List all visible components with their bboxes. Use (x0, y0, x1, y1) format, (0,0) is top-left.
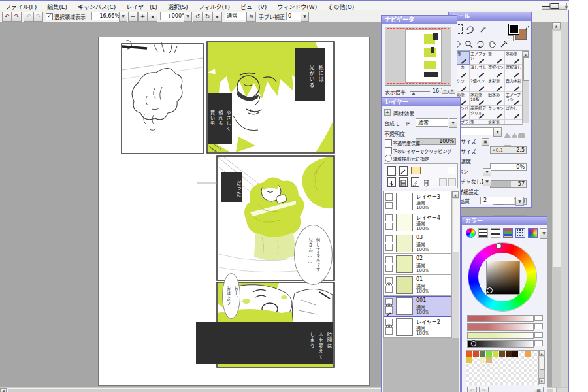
tool-watercolor-4[interactable]: 水彩筆 (487, 120, 505, 125)
texture-dropdown[interactable]: ▼ (483, 178, 491, 186)
visibility-toggle[interactable] (385, 256, 393, 263)
layer-row-02[interactable]: 02 通常 100% (384, 254, 451, 275)
menu-edit[interactable]: 編集(E) (42, 1, 73, 11)
quality-field[interactable]: 2 (480, 197, 514, 204)
sv-cursor[interactable] (487, 287, 493, 293)
layer-option-toggle[interactable] (385, 244, 393, 251)
layer-option-toggle[interactable] (385, 327, 393, 335)
swatch[interactable] (493, 351, 498, 357)
tool-brush[interactable]: 筆 (487, 51, 505, 65)
tool-select-eraser[interactable]: 選択消し (505, 65, 523, 78)
swatch-scroll-down[interactable]: ▼ (539, 378, 544, 384)
zoom-tool-icon[interactable] (465, 39, 473, 47)
clipping-checkbox[interactable] (385, 147, 392, 154)
scratchpad-clear-button[interactable]: ▩ (534, 387, 544, 392)
close-button[interactable]: × (559, 3, 567, 10)
new-folder-icon[interactable] (411, 167, 421, 174)
layer-thumbnail[interactable] (396, 255, 413, 273)
paste-layer-icon-disabled[interactable] (448, 178, 456, 186)
swatches-tab-icon[interactable] (515, 228, 525, 238)
zoom-reset-button[interactable]: ▪ (148, 12, 157, 22)
brush-shape-dropdown[interactable]: ▼ (493, 127, 502, 137)
rotate-reset-button[interactable]: ▪ (212, 12, 222, 22)
lock-opacity-checkbox[interactable] (385, 139, 392, 146)
layer-option-toggle[interactable] (385, 202, 393, 209)
layer-option-toggle[interactable] (385, 223, 393, 230)
brush-size-slider[interactable]: ×0.1 2.5 (490, 146, 527, 154)
tool-blur[interactable]: ぼかし (505, 106, 523, 120)
menu-filter[interactable]: フィルタ(T) (193, 1, 235, 11)
layer-row-layer2[interactable]: レイヤー2 通常 100% (384, 317, 451, 338)
swatch-scroll-thumb[interactable] (540, 357, 545, 370)
zoom-out-button[interactable]: − (128, 12, 138, 22)
brush-edge-dropdown[interactable]: ▼ (483, 168, 491, 176)
layer-thumbnail[interactable] (396, 214, 413, 231)
menu-others[interactable]: その他(O) (322, 1, 359, 11)
color-wheel-tab-icon[interactable] (466, 228, 476, 238)
navigator-thumbnail[interactable] (385, 27, 451, 86)
swatch[interactable] (519, 351, 525, 357)
layer-row-03[interactable]: 03 通常 100% (384, 233, 451, 254)
tool-grid-scrollbar[interactable]: ▲ (522, 50, 529, 123)
swatch[interactable] (506, 351, 512, 357)
layer-option-toggle[interactable] (385, 306, 393, 314)
layer-scroll-up[interactable]: ▲ (452, 191, 459, 198)
color-slider-4[interactable] (467, 340, 534, 348)
menu-select[interactable]: 選択(S) (163, 1, 193, 11)
swatch[interactable] (519, 357, 525, 363)
swatch[interactable] (473, 364, 479, 370)
undo-button[interactable]: ↶ (2, 12, 12, 22)
menu-layer[interactable]: レイヤー(L) (121, 1, 163, 11)
menu-window[interactable]: ウィンドウ(W) (272, 1, 322, 11)
menu-view[interactable]: ビュー(V) (235, 1, 272, 11)
tool-crayon[interactable]: クレヨン (487, 106, 505, 120)
angle-dropdown-button[interactable]: ▼ (184, 12, 192, 22)
density-slider[interactable]: 57 (490, 180, 527, 188)
merge-down-icon[interactable] (399, 177, 408, 187)
rgb-slider-tab-icon[interactable] (478, 228, 488, 238)
layer-mask-icon[interactable] (448, 167, 455, 174)
foreground-color-swatch[interactable] (508, 24, 519, 35)
layer-row-layer4[interactable]: レイヤー4 通常 100% (384, 212, 451, 233)
maximize-button[interactable] (550, 3, 559, 10)
tool-airbrush[interactable]: エアブラシ (470, 51, 487, 65)
tool-eraser[interactable]: 消しゴム (470, 65, 487, 78)
tool-watercolor-10[interactable]: 水彩筆10版 (470, 92, 487, 106)
angle-value-field[interactable]: +000° (160, 12, 186, 20)
visibility-toggle[interactable] (385, 214, 393, 221)
undo-disabled-button[interactable]: ↶ (24, 12, 33, 22)
swatch[interactable] (473, 357, 479, 363)
transfer-down-icon[interactable] (387, 177, 396, 187)
visibility-toggle[interactable] (385, 298, 393, 305)
color-slider-3-value[interactable] (534, 332, 543, 338)
redo-button[interactable]: ↷ (12, 12, 22, 22)
visibility-toggle[interactable] (385, 193, 393, 201)
blend-mode-dropdown[interactable]: ▼ (449, 118, 457, 128)
layer-scroll-thumb[interactable] (453, 199, 459, 252)
tool-watercolor[interactable]: 水彩筆 (505, 51, 523, 65)
scratchpad-undo-button[interactable]: ↶ (467, 387, 477, 392)
layer-thumbnail[interactable] (396, 318, 413, 336)
layer-list-scrollbar[interactable]: ▲ (451, 191, 459, 338)
swatch[interactable] (486, 357, 492, 363)
dock-scrollbar[interactable]: ▲ (552, 22, 561, 387)
redo-disabled-button[interactable]: ↷ (33, 12, 43, 22)
selection-source-radio[interactable] (385, 155, 392, 162)
opacity-slider[interactable]: 100% (416, 138, 456, 145)
swatch[interactable] (486, 351, 492, 357)
visibility-toggle[interactable] (385, 277, 393, 284)
layer-row-001-selected[interactable]: 001 通常 100% (384, 296, 451, 317)
tool-brush-2[interactable]: 筆 (470, 120, 487, 125)
color-slider-3[interactable] (467, 332, 534, 339)
scroll-left-button[interactable]: ◀ (0, 388, 7, 392)
swatch[interactable] (466, 351, 472, 357)
swatch[interactable] (493, 364, 498, 370)
flip-button[interactable]: ⇆ (246, 12, 256, 22)
swatch[interactable] (480, 364, 485, 370)
tool-watercolor-2[interactable]: 水彩筆 (487, 78, 505, 92)
layer-thumbnail[interactable] (396, 297, 413, 315)
brush-size-unit-button[interactable]: ▣ (482, 138, 489, 146)
swatch[interactable] (473, 351, 479, 357)
transparent-color-swatch[interactable] (508, 35, 514, 41)
tool-grid-scroll-thumb[interactable] (523, 57, 529, 81)
